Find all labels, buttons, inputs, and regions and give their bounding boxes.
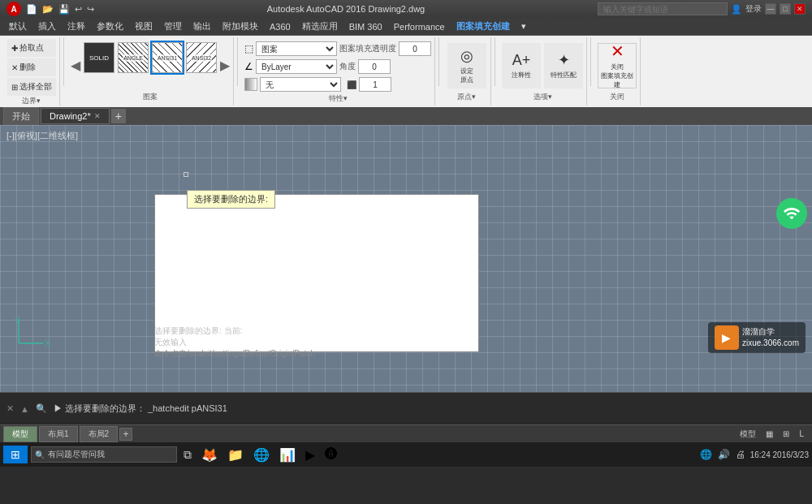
ribbon-group-close: ✕ 关闭图案填充创建 关闭 (594, 37, 641, 106)
cmd-expand-icon[interactable]: ▲ (19, 403, 31, 416)
layout1-tab[interactable]: 布局1 (39, 426, 78, 442)
origin-icon: ◎ (460, 47, 473, 65)
start-tab[interactable]: 开始 (3, 107, 39, 126)
pattern-scroll-right[interactable]: ▶ (220, 58, 230, 73)
ribbon-content: ✚ 拾取点 ✕ 删除 ⊞ 选择全部 边界▾ (0, 36, 812, 107)
angle-input[interactable] (358, 59, 391, 74)
menu-addons[interactable]: 附加模块 (217, 19, 264, 34)
ribbon-group-origin: ◎ 设定原点 原点▾ (443, 37, 491, 106)
model-tab[interactable]: 模型 (3, 426, 37, 442)
app-logo: A (6, 2, 21, 16)
drawing-tab-label: Drawing2* (50, 111, 91, 121)
pick-point-button[interactable]: ✚ 拾取点 (7, 39, 56, 57)
layout2-tab[interactable]: 布局2 (80, 426, 119, 442)
status-model[interactable]: 模型 (736, 429, 759, 440)
taskbar-app2[interactable]: 📁 (224, 446, 247, 464)
task-view-icon[interactable]: ⧉ (180, 446, 195, 463)
new-icon[interactable]: 📄 (26, 4, 37, 15)
status-right: 模型 ▦ ⊞ L (736, 429, 812, 440)
taskbar-app1[interactable]: 🦊 (198, 446, 221, 464)
menu-parametric[interactable]: 参数化 (91, 19, 129, 34)
open-icon[interactable]: 📂 (42, 4, 54, 15)
properties-label: 特性▾ (329, 93, 348, 106)
transparency-input[interactable] (399, 41, 431, 56)
taskbar-app4[interactable]: 📊 (276, 446, 299, 464)
title-bar-left: A 📄 📂 💾 ↩ ↪ (6, 2, 94, 16)
menu-output[interactable]: 输出 (188, 19, 217, 34)
watermark: ▶ 溜溜自学 zixue.3066.com (708, 322, 806, 353)
viewport-label[interactable]: [-][俯视][二维线框] (6, 130, 78, 142)
window-title: Autodesk AutoCAD 2016 Drawing2.dwg (94, 4, 598, 14)
swatch-ansi32[interactable]: ANSI32 (186, 42, 217, 73)
printer-icon[interactable]: 🖨 (734, 448, 747, 461)
maximize-button[interactable]: □ (780, 3, 791, 15)
title-bar: A 📄 📂 💾 ↩ ↪ Autodesk AutoCAD 2016 Drawin… (0, 0, 812, 18)
menu-bim360[interactable]: BIM 360 (343, 20, 388, 33)
menu-performance[interactable]: Performance (388, 20, 451, 33)
bg-color-select[interactable]: 无 (260, 77, 341, 92)
swatch-solid[interactable]: SOLID (84, 42, 114, 73)
undo-icon[interactable]: ↩ (75, 4, 82, 15)
close-button[interactable]: ✕ (794, 3, 806, 15)
clock-display[interactable]: 16:24 2016/3/23 (750, 450, 809, 460)
taskbar-app3[interactable]: 🌐 (250, 446, 273, 464)
cmd-close-icon[interactable]: ✕ (5, 402, 15, 416)
menu-manage[interactable]: 管理 (158, 19, 188, 34)
pattern-select[interactable]: 图案 (256, 41, 337, 56)
delete-icon: ✕ (11, 63, 18, 72)
status-ortho[interactable]: L (796, 429, 807, 438)
scale-input[interactable] (359, 77, 391, 92)
wifi-button[interactable] (776, 198, 807, 229)
taskbar-autocad[interactable]: 🅐 (322, 446, 341, 463)
menu-insert[interactable]: 插入 (32, 19, 62, 34)
angle-row: ∠ ByLayer 角度 (244, 59, 431, 74)
pattern-label: 图案 (143, 92, 158, 104)
status-grid[interactable]: ▦ (762, 429, 776, 438)
add-layout-button[interactable]: + (119, 428, 132, 441)
set-origin-button[interactable]: ◎ 设定原点 (447, 43, 486, 88)
close-hatch-button[interactable]: ✕ 关闭图案填充创建 (598, 43, 637, 88)
tooltip-box: 选择要删除的边界: (187, 190, 275, 209)
gradient-icon (244, 78, 257, 91)
ribbon-container: ✚ 拾取点 ✕ 删除 ⊞ 选择全部 边界▾ (0, 36, 812, 107)
match-button[interactable]: ✦ 特性匹配 (544, 43, 583, 88)
minimize-button[interactable]: — (765, 3, 776, 15)
menu-a360[interactable]: A360 (264, 20, 296, 33)
drawing-tab[interactable]: Drawing2* ✕ (41, 108, 110, 124)
menu-dropdown[interactable]: ▾ (516, 19, 532, 33)
title-bar-right: 👤 登录 — □ ✕ (598, 2, 806, 15)
taskbar-app5[interactable]: ▶ (302, 446, 318, 464)
close-x-icon: ✕ (611, 41, 624, 61)
svg-text:X: X (45, 339, 50, 348)
pattern-scroll-left[interactable]: ◀ (71, 58, 80, 73)
save-icon[interactable]: 💾 (58, 4, 70, 15)
select-all-button[interactable]: ⊞ 选择全部 (7, 78, 56, 96)
color-select[interactable]: ByLayer (256, 59, 337, 74)
menu-default[interactable]: 默认 (3, 19, 32, 34)
search-icon: 🔍 (35, 450, 45, 459)
annotative-button[interactable]: A+ 注释性 (502, 43, 541, 88)
search-input[interactable] (598, 2, 728, 15)
close-hatch-label: 关闭图案填充创建 (598, 62, 636, 89)
redo-icon[interactable]: ↪ (87, 4, 94, 15)
status-snap[interactable]: ⊞ (780, 429, 793, 438)
user-icon[interactable]: 👤 (731, 4, 742, 15)
tab-close-icon[interactable]: ✕ (94, 112, 101, 120)
login-label[interactable]: 登录 (745, 3, 762, 15)
swatch-angle[interactable]: ANGLE (118, 42, 149, 73)
menu-hatch-create[interactable]: 图案填充创建 (451, 19, 516, 34)
network-icon[interactable]: 🌐 (698, 448, 714, 461)
cortana-search[interactable]: 🔍 有问题尽管问我 (31, 446, 177, 463)
menu-view[interactable]: 视图 (129, 19, 158, 34)
volume-icon[interactable]: 🔊 (716, 448, 732, 461)
delete-button[interactable]: ✕ 删除 (7, 58, 56, 76)
match-label: 特性匹配 (551, 71, 577, 80)
cmd-search-icon[interactable]: 🔍 (34, 402, 49, 416)
new-tab-button[interactable]: + (111, 109, 126, 123)
windows-start-button[interactable]: ⊞ (3, 446, 28, 463)
swatch-ansi31[interactable]: ANSI31 (152, 42, 183, 73)
taskbar-right: 🌐 🔊 🖨 16:24 2016/3/23 (698, 448, 809, 461)
menu-annotation[interactable]: 注释 (62, 19, 91, 34)
menu-featured[interactable]: 精选应用 (296, 19, 343, 34)
angle-label: 角度 (339, 61, 356, 72)
